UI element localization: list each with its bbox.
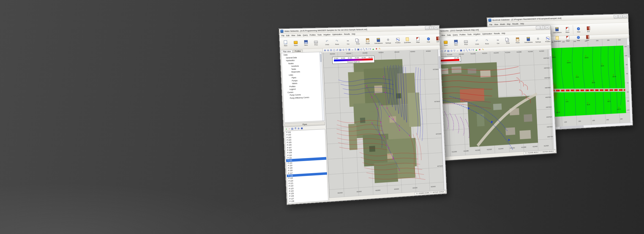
layers-icon[interactable]: ▤ [447,49,449,53]
draw-line-icon[interactable]: ╲ [466,48,468,52]
menu-item[interactable]: Query [452,34,459,36]
measure-icon[interactable]: ↔ [456,49,459,52]
zoom-extents-icon[interactable]: ◻ [441,49,443,53]
print-button[interactable]: Print [461,37,471,48]
exit-button[interactable]: Exit [583,32,593,43]
region-icon[interactable]: ▣ [357,48,359,51]
measure-icon[interactable]: ↔ [351,48,354,51]
save-button[interactable]: Save [451,37,461,48]
zoom-extents-icon[interactable]: ◻ [333,48,335,52]
cut-button[interactable]: Cut [343,36,353,47]
region-icon[interactable]: ▣ [460,49,462,52]
menu-item[interactable]: Query [302,34,309,36]
print-button[interactable]: Print [311,37,321,48]
zoom-window-icon[interactable]: ⊡ [330,48,332,52]
delete-tool-icon[interactable]: ⊠ [348,48,350,51]
vertex-icon[interactable]: ◇ [463,49,465,52]
menu-item[interactable]: Irrigation [323,34,331,36]
edit-tool-icon[interactable]: ✎ [482,48,484,51]
cut-button[interactable]: Cut [493,36,503,47]
profiles-button[interactable]: Profiles [393,35,403,46]
urban-map-window[interactable]: Water Networks - [2013 Sample Network Ma… [429,25,556,161]
vertex-icon[interactable]: ◇ [360,48,362,51]
maximize-button[interactable]: □ [618,15,623,18]
calculations-button[interactable]: Calculations [523,35,533,46]
zoom-out-icon[interactable]: ⊖ [327,48,329,52]
paste-button[interactable]: Paste [362,36,373,47]
menu-item[interactable]: Tools [316,34,322,36]
minimize-button[interactable]: – [614,15,618,18]
menu-item[interactable]: Optimization [331,33,343,36]
menu-item[interactable]: File [489,24,493,26]
settings-button[interactable]: Settings [533,34,543,45]
refresh-list-button[interactable]: ▣ [301,127,303,130]
menu-item[interactable]: Results [343,33,351,35]
move-down-button[interactable]: ⇊ [298,127,300,130]
menu-item[interactable]: Irrigation [473,33,481,35]
maps-button[interactable]: Maps [563,33,573,44]
new-button[interactable]: New [280,38,291,49]
text-tool-icon[interactable]: T [468,48,470,52]
minimize-button[interactable]: – [425,26,429,30]
edit-tool-icon[interactable]: ✎ [379,47,381,51]
exit-button[interactable]: Exit [433,34,443,45]
redo-button[interactable]: Redo [482,36,492,47]
maximize-button[interactable]: □ [541,26,545,29]
snap-icon[interactable]: ⊙ [450,49,452,53]
previous-view-icon[interactable]: ↺ [444,49,446,53]
maps-button[interactable]: Maps [413,35,423,45]
map-canvas[interactable]: × 99.800101.800 412140412160412180412200… [430,50,556,157]
snap-icon[interactable]: ⊙ [342,48,345,52]
menu-item[interactable]: View [493,23,499,26]
marker-up-icon[interactable]: ▲ [475,48,477,52]
node-tool-icon[interactable]: ▽ [454,49,455,53]
close-button[interactable]: × [545,26,549,29]
marker-down-icon[interactable]: ▼ [375,47,378,51]
close-button[interactable]: × [623,15,627,18]
marker-up-icon[interactable]: ▲ [372,47,375,51]
draw-line-icon[interactable]: ╲ [363,48,365,51]
menu-item[interactable]: Results [512,23,519,25]
previous-view-icon[interactable]: ↺ [336,48,338,52]
pipe-tool-icon[interactable]: ∕ [471,48,471,52]
menu-item[interactable]: Tools [466,33,472,36]
menu-item[interactable]: Data [446,34,452,36]
help-button[interactable]: Help [423,34,433,45]
menu-item[interactable]: Map [506,23,511,25]
quantities-button[interactable]: Quantities [402,35,413,46]
menu-item[interactable]: Profiles [309,34,316,36]
calculations-button[interactable]: Calculations [373,36,383,47]
menu-item[interactable]: Profiles [459,34,466,36]
menu-item[interactable]: Model [499,23,506,25]
open-button[interactable]: Open [290,37,301,49]
menu-item[interactable]: Help [519,23,525,25]
add-item-button[interactable]: ＋ [285,127,288,130]
branch-tool-icon[interactable]: Y [369,47,371,51]
edit-item-button[interactable]: ▤ [291,127,293,130]
maximize-button[interactable]: □ [430,26,434,30]
menu-item[interactable]: Help [351,33,356,35]
branch-tool-icon[interactable]: Y [473,48,474,52]
copy-button[interactable]: Copy [503,35,513,46]
settings-button[interactable]: Settings [383,35,393,46]
marker-down-icon[interactable]: ▼ [479,48,481,51]
minimize-button[interactable]: – [536,26,540,30]
menu-item[interactable]: Results [493,32,501,35]
close-button[interactable]: × [434,26,438,30]
paste-button[interactable]: Paste [512,35,523,46]
remove-item-button[interactable]: − [288,127,290,130]
menu-item[interactable]: Edit [285,34,290,36]
menu-item[interactable]: Data [296,34,302,36]
map-canvas[interactable]: 10.00018.00026.00034.00042.00050.000 Pre… [323,50,446,198]
water-networks-window[interactable]: Water Networks - [H.R.Programming WASSER… [279,25,447,205]
layers-icon[interactable]: ▤ [339,48,342,52]
move-up-button[interactable]: ⇈ [294,127,297,130]
copy-button[interactable]: Copy [353,36,363,47]
menu-item[interactable]: File [280,35,285,37]
redo-button[interactable]: Redo [332,37,342,48]
menu-item[interactable]: Optimization [481,33,493,35]
sum-icon[interactable]: Σ [354,48,356,51]
undo-button[interactable]: Undo [472,36,482,48]
help-button[interactable]: Help [573,33,583,44]
text-tool-icon[interactable]: T [365,48,367,51]
